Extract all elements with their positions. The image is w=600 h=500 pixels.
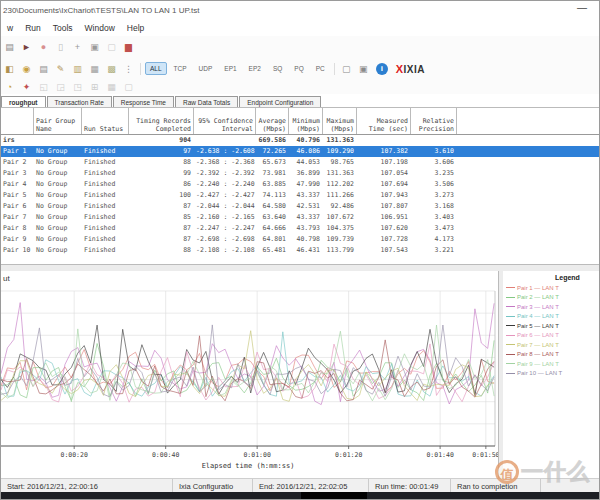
table-row-pair-10[interactable]: Pair 10No GroupFinished88-2.108 : -2.108… [1, 245, 600, 256]
table-row-pair-8[interactable]: Pair 8No GroupFinished87-2.247 : -2.2476… [1, 223, 600, 234]
throughput-chart-pane: ut 0:00:200:00:400:01:000:01:200:01:400:… [1, 271, 498, 478]
taskbar-strip [1, 492, 599, 500]
menu-bar: wRunToolsWindowHelp [1, 19, 599, 36]
column-header-4[interactable]: 95% Confidence Interval [194, 108, 256, 134]
filter-button-pq[interactable]: PQ [289, 62, 308, 75]
column-header-1[interactable]: Pair Group Name [34, 108, 82, 134]
run-test-icon[interactable]: ► [19, 40, 34, 54]
ixchariot-window: 230\Documents\IxChariot\TESTS\LAN TO LAN… [0, 0, 600, 500]
column-header-9[interactable]: Relative Precision [411, 108, 457, 134]
legend-swatch-icon [506, 287, 515, 288]
legend-entry-label: Pair 10 — LAN T [517, 370, 562, 376]
minimize-button[interactable]: — [575, 2, 589, 13]
marker-icon[interactable]: ✦ [19, 80, 34, 94]
x-tick-label: 0:01:40 [426, 451, 453, 459]
legend-entry-pair-3: Pair 3 — LAN T [503, 302, 600, 312]
save-icon[interactable]: ▤ [2, 40, 17, 54]
report-icon[interactable]: ◧ [2, 62, 17, 76]
legend-entry-pair-5: Pair 5 — LAN T [503, 321, 600, 331]
filter-button-all[interactable]: ALL [145, 62, 167, 75]
table-row-pair-6[interactable]: Pair 6No GroupFinished87-2.044 : -2.0446… [1, 201, 600, 212]
legend-swatch-icon [506, 306, 515, 307]
column-header-8[interactable]: Measured Time (sec) [357, 108, 411, 134]
filter-button-pc[interactable]: PC [311, 62, 330, 75]
arrange-icons-icon[interactable]: ⊞ [87, 80, 102, 94]
table-row-pair-2[interactable]: Pair 2No GroupFinished88-2.368 : -2.3686… [1, 157, 600, 168]
menu-item-run[interactable]: Run [19, 21, 47, 35]
column-header-2[interactable]: Run Status [82, 108, 129, 134]
add-pair-icon[interactable]: + [70, 40, 85, 54]
table-row-pair-1[interactable]: Pair 1No GroupFinished97-2.638 : -2.6087… [1, 146, 600, 157]
filter-button-sq[interactable]: SQ [268, 62, 287, 75]
legend-title: Legend [555, 274, 600, 281]
legend-swatch-icon [506, 354, 515, 355]
copy-icon[interactable]: ▣ [87, 40, 102, 54]
title-bar: 230\Documents\IxChariot\TESTS\LAN TO LAN… [1, 1, 599, 19]
legend-swatch-icon [506, 316, 515, 317]
restore-all-icon[interactable]: ▢ [121, 80, 136, 94]
menu-item-w[interactable]: w [1, 21, 19, 35]
menu-item-window[interactable]: Window [79, 21, 121, 35]
column-header-3[interactable]: Timing Records Completed [129, 108, 194, 134]
column-header-7[interactable]: Maximum (Mbps) [323, 108, 357, 134]
options-icon[interactable]: ⋮ [121, 62, 136, 76]
camera-icon[interactable]: ◔ [2, 80, 17, 94]
legend-swatch-icon [506, 335, 515, 336]
tile-vertical-icon[interactable]: ◳ [70, 80, 85, 94]
toolbar-window-arrange: ◔✦◱◲◳⊞▦▢ [1, 79, 599, 95]
filter-button-udp[interactable]: UDP [194, 62, 218, 75]
x-tick-label: 0:01:20 [335, 451, 362, 459]
filter-button-ep2[interactable]: EP2 [244, 62, 266, 75]
export-icon[interactable]: ▣ [356, 62, 371, 76]
legend-pane: Legend Pair 1 — LAN TPair 2 — LAN TPair … [503, 271, 600, 478]
menu-item-help[interactable]: Help [121, 21, 150, 35]
tile-horizontal-icon[interactable]: ◲ [53, 80, 68, 94]
edit-icon[interactable]: ✎ [53, 62, 68, 76]
paste-icon[interactable]: ▢ [104, 40, 119, 54]
snapshot-icon[interactable]: ▢ [339, 62, 354, 76]
ixia-logo: XIXIA [396, 63, 425, 75]
tab-roughput[interactable]: roughput [1, 96, 46, 107]
column-header-filler [457, 108, 600, 134]
legend-entry-label: Pair 8 — LAN T [517, 351, 559, 357]
status-run-time: Run time: 00:01:49 [369, 479, 451, 493]
window-title: 230\Documents\IxChariot\TESTS\LAN TO LAN… [3, 6, 200, 15]
table-row-all-pairs[interactable]: irs904669.58640.796131.363 [1, 135, 600, 146]
tab-response-time[interactable]: Response Time [113, 96, 174, 107]
legend-entry-pair-4: Pair 4 — LAN T [503, 312, 600, 322]
table-row-pair-3[interactable]: Pair 3No GroupFinished99-2.392 : -2.3927… [1, 168, 600, 179]
image-icon[interactable]: ▩ [104, 62, 119, 76]
bar-chart-icon[interactable]: ▥ [70, 62, 85, 76]
info-icon[interactable]: i [376, 63, 388, 75]
status-config: Ixia Configuratio [173, 479, 253, 493]
legend-entry-pair-2: Pair 2 — LAN T [503, 293, 600, 303]
table-row-pair-4[interactable]: Pair 4No GroupFinished86-2.240 : -2.2406… [1, 179, 600, 190]
pause-icon[interactable]: ▯ [53, 40, 68, 54]
tab-endpoint-configuration[interactable]: Endpoint Configuration [239, 96, 321, 107]
column-header-0[interactable] [1, 108, 34, 134]
stop-icon[interactable]: ● [36, 40, 51, 54]
speaker-icon[interactable]: ◉ [19, 62, 34, 76]
legend-entry-label: Pair 4 — LAN T [517, 313, 559, 319]
ixia-logo-x-icon: X [396, 63, 404, 75]
line-chart-icon[interactable]: ▦ [87, 62, 102, 76]
table-row-pair-5[interactable]: Pair 5No GroupFinished100-2.427 : -2.427… [1, 190, 600, 201]
legend-entry-label: Pair 2 — LAN T [517, 294, 559, 300]
help-book-icon[interactable]: ▆ [121, 40, 136, 54]
status-bar: Start: 2016/12/21, 22:00:16 Ixia Configu… [1, 478, 599, 493]
cascade-icon[interactable]: ◱ [36, 80, 51, 94]
filter-button-tcp[interactable]: TCP [169, 62, 192, 75]
minimize-all-icon[interactable]: ▦ [104, 80, 119, 94]
toolbar-main: ▤►●▯+▣▢▆ [1, 36, 599, 59]
printer-icon[interactable]: ▤ [36, 62, 51, 76]
tab-raw-data-totals[interactable]: Raw Data Totals [175, 96, 238, 107]
table-row-pair-9[interactable]: Pair 9No GroupFinished87-2.698 : -2.6986… [1, 234, 600, 245]
menu-item-tools[interactable]: Tools [47, 21, 79, 35]
column-header-6[interactable]: Minimum (Mbps) [289, 108, 323, 134]
filter-button-ep1[interactable]: EP1 [219, 62, 241, 75]
column-header-5[interactable]: Average (Mbps) [256, 108, 289, 134]
legend-entries: Pair 1 — LAN TPair 2 — LAN TPair 3 — LAN… [503, 283, 600, 378]
legend-entry-pair-1: Pair 1 — LAN T [503, 283, 600, 293]
table-row-pair-7[interactable]: Pair 7No GroupFinished85-2.160 : -2.1656… [1, 212, 600, 223]
tab-transaction-rate[interactable]: Transaction Rate [47, 96, 112, 107]
